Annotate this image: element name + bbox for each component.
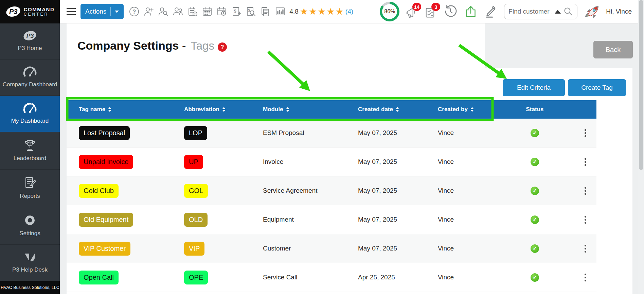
company-name-footer: HVAC Business Solutions, LLC bbox=[0, 281, 60, 294]
customer-search-box[interactable] bbox=[504, 4, 577, 19]
column-header-created-date[interactable]: Created date bbox=[346, 106, 426, 113]
row-menu-button[interactable] bbox=[583, 272, 588, 283]
help-icon[interactable]: ? bbox=[128, 6, 140, 17]
status-active-icon: ✓ bbox=[531, 187, 539, 195]
created-date-cell: May 07, 2025 bbox=[346, 245, 426, 252]
svg-text:?: ? bbox=[132, 8, 136, 15]
column-header-abbreviation[interactable]: Abbreviation bbox=[172, 106, 251, 113]
sort-icon bbox=[108, 107, 111, 112]
search-icon[interactable] bbox=[564, 7, 573, 16]
svg-text:$: $ bbox=[234, 9, 236, 14]
table-row: Lost Proposal LOP ESM Proposal May 07, 2… bbox=[67, 119, 596, 148]
history-icon[interactable] bbox=[443, 4, 458, 19]
sort-icon bbox=[396, 107, 399, 112]
abbreviation-pill: LOP bbox=[184, 126, 207, 140]
sidebar-item-reports[interactable]: Reports bbox=[0, 170, 60, 207]
row-menu-button[interactable] bbox=[583, 243, 588, 255]
column-header-status: Status bbox=[495, 106, 574, 113]
gauge-icon bbox=[23, 103, 37, 114]
add-contact-icon[interactable] bbox=[143, 6, 155, 17]
tag-pill: Old Equipment bbox=[79, 213, 133, 227]
documents-icon[interactable] bbox=[260, 6, 271, 17]
calendar-icon[interactable] bbox=[201, 6, 213, 17]
status-active-icon: ✓ bbox=[531, 158, 539, 166]
star-icon: ★ bbox=[318, 7, 326, 16]
module-cell: Invoice bbox=[251, 158, 346, 166]
main-content: Company Settings - Tags ? Back Edit Crit… bbox=[60, 23, 644, 294]
abbreviation-pill: VIP bbox=[184, 242, 204, 256]
collapse-triangle-icon[interactable] bbox=[555, 10, 561, 14]
rating-count-link[interactable]: (4) bbox=[345, 8, 353, 15]
status-active-icon: ✓ bbox=[531, 215, 539, 224]
tag-pill: Gold Club bbox=[79, 184, 119, 198]
gear-icon bbox=[23, 214, 37, 227]
contacts-icon[interactable] bbox=[172, 6, 184, 17]
created-date-cell: May 07, 2025 bbox=[346, 158, 426, 166]
sort-icon bbox=[222, 107, 226, 112]
column-header-module[interactable]: Module bbox=[251, 106, 346, 113]
abbreviation-pill: UP bbox=[184, 155, 203, 169]
search-contact-icon[interactable] bbox=[158, 6, 169, 17]
new-invoice-icon[interactable]: $ bbox=[231, 6, 242, 17]
sidebar-item-label: Leaderboard bbox=[14, 154, 46, 163]
page-scrollbar bbox=[638, 0, 644, 294]
column-header-tag-name[interactable]: Tag name bbox=[67, 106, 172, 113]
row-menu-button[interactable] bbox=[583, 127, 588, 139]
page-title-panel: Company Settings - Tags ? bbox=[67, 23, 485, 68]
logo-mark-text: P3 bbox=[9, 8, 17, 15]
sidebar-item-label: Settings bbox=[19, 229, 40, 238]
create-tag-button[interactable]: Create Tag bbox=[568, 79, 626, 96]
created-by-cell: Vince bbox=[426, 274, 495, 281]
scrollbar-thumb[interactable] bbox=[639, 0, 643, 170]
p3-logo-icon: P3 bbox=[5, 5, 21, 18]
sidebar-item-settings[interactable]: Settings bbox=[0, 207, 60, 245]
column-header-created-by[interactable]: Created by bbox=[426, 106, 495, 113]
svg-text:P3: P3 bbox=[26, 33, 34, 39]
page-help-icon[interactable]: ? bbox=[218, 42, 227, 52]
sort-icon bbox=[286, 107, 289, 112]
sidebar-item-p3-home[interactable]: P3 P3 Home bbox=[0, 23, 60, 60]
sidebar-item-label: P3 Home bbox=[18, 44, 42, 53]
tags-table: Tag name Abbreviation Module Created dat… bbox=[67, 100, 596, 292]
search-input[interactable] bbox=[508, 8, 552, 15]
actions-dropdown-button[interactable]: Actions bbox=[80, 4, 124, 19]
edit-criteria-button[interactable]: Edit Criteria bbox=[503, 79, 565, 96]
svg-text:$: $ bbox=[248, 8, 250, 12]
rating-value: 4.8 bbox=[289, 8, 298, 15]
row-menu-button[interactable] bbox=[583, 214, 588, 226]
actions-label: Actions bbox=[85, 8, 106, 15]
sort-icon bbox=[470, 107, 474, 112]
progress-ring[interactable]: 86% bbox=[380, 2, 399, 21]
stats-chart-icon[interactable] bbox=[274, 6, 286, 17]
add-task-icon[interactable] bbox=[187, 6, 198, 17]
back-button[interactable]: Back bbox=[593, 41, 633, 58]
tasks-button[interactable]: 3 bbox=[424, 4, 437, 19]
share-icon[interactable] bbox=[463, 4, 478, 19]
table-row: Open Call OPE Service Call Apr 25, 2025 … bbox=[67, 263, 596, 292]
star-icon: ★ bbox=[309, 7, 317, 16]
abbreviation-pill: OLD bbox=[184, 213, 208, 227]
menu-toggle-icon[interactable] bbox=[67, 8, 76, 15]
row-menu-button[interactable] bbox=[583, 156, 588, 168]
created-date-cell: Apr 25, 2025 bbox=[346, 274, 426, 281]
row-menu-button[interactable] bbox=[583, 185, 588, 197]
table-header-row: Tag name Abbreviation Module Created dat… bbox=[67, 100, 596, 119]
created-date-cell: May 07, 2025 bbox=[346, 216, 426, 223]
tag-pill: VIP Customer bbox=[79, 242, 130, 256]
edit-note-icon[interactable] bbox=[484, 4, 499, 19]
table-row: Gold Club GOL Service Agreement May 07, … bbox=[67, 176, 596, 205]
sidebar-item-p3-help-desk[interactable]: P3 Help Desk bbox=[0, 245, 60, 281]
search-invoice-icon[interactable]: $ bbox=[245, 6, 257, 17]
sidebar-item-company-dashboard[interactable]: Company Dashboard bbox=[0, 60, 60, 96]
user-greeting-link[interactable]: Hi, Vince bbox=[606, 8, 632, 15]
announcements-button[interactable]: 14 bbox=[405, 4, 418, 19]
abbreviation-pill: OPE bbox=[184, 271, 208, 284]
sidebar-item-my-dashboard[interactable]: My Dashboard bbox=[0, 96, 60, 132]
trophy-icon bbox=[23, 139, 37, 152]
sidebar-item-leaderboard[interactable]: Leaderboard bbox=[0, 132, 60, 170]
tag-pill: Lost Proposal bbox=[79, 126, 130, 140]
schedule-icon[interactable] bbox=[216, 6, 228, 17]
sidebar-item-label: Company Dashboard bbox=[3, 81, 57, 89]
rocket-icon[interactable] bbox=[583, 4, 601, 19]
app-logo[interactable]: P3 COMMAND CENTER bbox=[0, 0, 60, 23]
